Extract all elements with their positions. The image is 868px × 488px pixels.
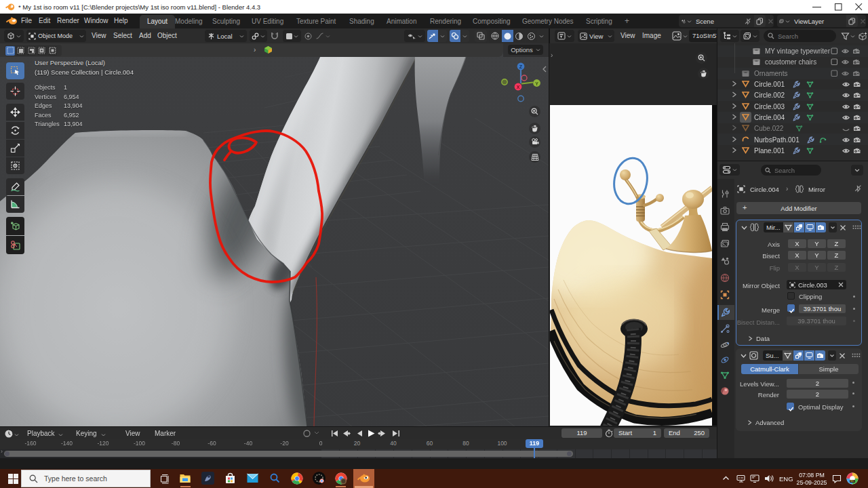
svg-text:REC: REC	[850, 480, 855, 483]
svg-text:X: X	[517, 85, 520, 89]
svg-text:Y: Y	[535, 81, 538, 86]
svg-text:Z: Z	[519, 64, 523, 69]
